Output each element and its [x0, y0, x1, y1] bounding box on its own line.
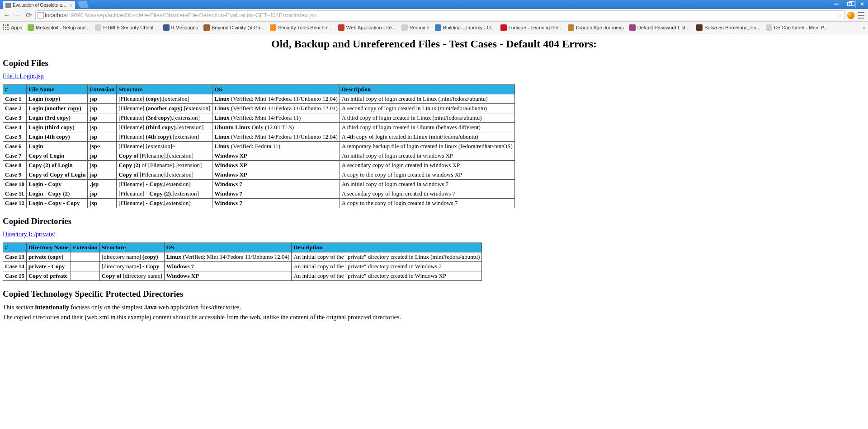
bookmark-item[interactable]: Salsa en Barcelona, Es... — [696, 24, 760, 31]
navigation-toolbar: ← → ⟳ localhost:9090/wavsep/active/Obsol… — [0, 9, 868, 22]
description-cell: An initial copy of the "private" directo… — [292, 252, 482, 262]
os-cell: Linux (Verified: Mint 14/Fedora 11) — [212, 113, 340, 123]
page-viewport: Old, Backup and Unreferenced Files - Tes… — [0, 33, 868, 429]
link-file-login[interactable]: File I: Login.jsp — [3, 73, 44, 79]
case-id-cell: Case 5 — [3, 132, 27, 142]
nav-back-button[interactable]: ← — [3, 11, 11, 19]
os-cell: Linux (Verified: Fedora 11) — [212, 142, 340, 151]
table-header-cell: File Name — [26, 85, 87, 94]
extension-cell: jsp — [88, 151, 117, 161]
file-name-cell: Login - Copy (2) — [26, 189, 87, 199]
bookmark-label: Security Tools Benchm... — [278, 25, 333, 30]
bookmark-item[interactable]: Redmine — [401, 24, 429, 31]
bookmark-item[interactable]: Security Tools Benchm... — [270, 24, 333, 31]
case-id-cell: Case 12 — [3, 199, 27, 208]
table-row: Case 3Login (3rd copy)jsp[Filename] (3rd… — [3, 113, 515, 123]
bookmark-label: Redmine — [410, 25, 429, 30]
extension-cell: jsp — [88, 161, 117, 170]
bookmark-label: Web Application - Ite... — [346, 25, 396, 30]
bookmark-item[interactable]: DefCon Israel - Main P... — [766, 24, 828, 31]
case-id-cell: Case 10 — [3, 180, 27, 189]
close-icon: ✕ — [860, 1, 864, 7]
os-cell: Linux (Verified: Mint 14/Fedora 11/Unbun… — [164, 252, 292, 262]
os-cell: Windows 7 — [212, 199, 340, 208]
structure-cell: Copy (2) of [Filename].[extension] — [117, 161, 212, 170]
bookmark-favicon-icon — [95, 24, 101, 31]
bookmark-item[interactable]: Dragon Age Journeys — [568, 24, 624, 31]
table-row: Case 7Copy of LoginjspCopy of [Filename]… — [3, 151, 515, 161]
bookmark-favicon-icon — [163, 24, 170, 31]
case-id-cell: Case 3 — [3, 113, 27, 123]
structure-cell: [Filename] (another copy).[extension] — [117, 104, 212, 113]
extension-icon[interactable] — [847, 12, 854, 19]
minimize-icon — [834, 4, 839, 5]
bookmark-label: Default Password List ... — [637, 25, 691, 30]
table-row: Case 15Copy of privateCopy of [directory… — [3, 271, 482, 281]
section-copied-directories-heading: Copied Directories — [3, 216, 865, 226]
extension-cell: jsp~ — [88, 142, 117, 151]
os-cell: Windows XP — [212, 161, 340, 170]
bookmark-item[interactable]: Beyond Divinity @ Ga... — [203, 24, 264, 31]
extension-cell: jsp — [88, 94, 117, 104]
table-row: Case 14private - Copy[directory name] - … — [3, 262, 482, 271]
window-close-button[interactable]: ✕ — [855, 0, 868, 8]
window-minimize-button[interactable] — [830, 0, 843, 8]
os-cell: Ubuntu Linux Only (12.04 TLS) — [212, 123, 340, 132]
bookmark-favicon-icon — [629, 24, 636, 31]
directory-name-cell: private (copy) — [26, 252, 71, 262]
bookmark-favicon-icon — [270, 24, 276, 31]
file-name-cell: Login (4th copy) — [26, 132, 87, 142]
table-row: Case 10Login - Copy.jsp[Filename] - Copy… — [3, 180, 515, 189]
bookmark-item[interactable]: Web Application - Ite... — [338, 24, 396, 31]
bookmark-item[interactable]: Default Password List ... — [629, 24, 691, 31]
apps-button[interactable]: Apps — [3, 24, 22, 31]
bookmark-item[interactable]: Ludique - Learning the... — [500, 24, 562, 31]
file-name-cell: Login — [26, 142, 87, 151]
extension-cell: jsp — [88, 113, 117, 123]
bookmark-star-icon[interactable]: ☆ — [836, 12, 842, 19]
table-header-row: #Directory NameExtensionStructureOSDescr… — [3, 243, 482, 252]
bookmark-favicon-icon — [203, 24, 210, 31]
file-name-cell: Login (copy) — [26, 94, 87, 104]
page-icon — [38, 12, 44, 19]
structure-cell: [Filename] (copy).[extension] — [117, 94, 212, 104]
extension-cell: jsp — [88, 189, 117, 199]
bookmark-item[interactable]: Metasploit - Setup and... — [28, 24, 90, 31]
structure-cell: [directory name] (copy) — [99, 252, 164, 262]
extension-cell — [71, 262, 99, 271]
apps-label: Apps — [11, 25, 22, 30]
bookmark-item[interactable]: Building - zaproxy - O... — [435, 24, 495, 31]
nav-reload-button[interactable]: ⟳ — [24, 11, 33, 19]
extension-cell: jsp — [88, 170, 117, 180]
os-cell: Linux (Verified: Mint 14/Fedora 11/Unbun… — [212, 104, 340, 113]
nav-forward-button[interactable]: → — [14, 11, 22, 19]
url-path: /wavsep/active/Obsolete-Files/ObsoleteFi… — [85, 12, 317, 19]
bookmark-item[interactable]: HTML5 Security Cheat... — [95, 24, 157, 31]
description-cell: A secondary copy of login created in win… — [340, 189, 514, 199]
browser-tab[interactable]: Evaluation of Obsolete and ... × — [3, 1, 75, 9]
hamburger-icon — [858, 12, 864, 19]
file-name-cell: Login (3rd copy) — [26, 113, 87, 123]
table-copied-files: #File NameExtensionStructureOSDescriptio… — [3, 84, 515, 208]
tab-close-icon[interactable]: × — [70, 3, 72, 8]
os-cell: Windows 7 — [212, 180, 340, 189]
os-cell: Windows XP — [212, 151, 340, 161]
address-bar[interactable]: localhost:9090/wavsep/active/Obsolete-Fi… — [35, 10, 844, 20]
bookmark-label: Dragon Age Journeys — [576, 25, 624, 30]
link-directory-private[interactable]: Directory I: /private/ — [3, 231, 55, 238]
bookmarks-overflow-icon[interactable]: » — [863, 25, 865, 30]
window-maximize-button[interactable] — [843, 0, 855, 8]
table-row: Case 1Login (copy)jsp[Filename] (copy).[… — [3, 94, 515, 104]
table-header-cell: Description — [340, 85, 514, 94]
file-name-cell: Login - Copy - Copy — [26, 199, 87, 208]
case-id-cell: Case 4 — [3, 123, 27, 132]
new-tab-button[interactable] — [78, 1, 89, 8]
chrome-menu-button[interactable] — [857, 11, 865, 19]
file-name-cell: Login (third copy) — [26, 123, 87, 132]
section-tech-specific-heading: Copied Technology Specific Protected Dir… — [3, 289, 865, 299]
bookmark-item[interactable]: 0 Messages — [163, 24, 198, 31]
table-header-cell: Structure — [117, 85, 212, 94]
table-row: Case 11Login - Copy (2)jsp[Filename] - C… — [3, 189, 515, 199]
page-content[interactable]: Old, Backup and Unreferenced Files - Tes… — [0, 33, 868, 429]
table-header-cell: Extension — [88, 85, 117, 94]
